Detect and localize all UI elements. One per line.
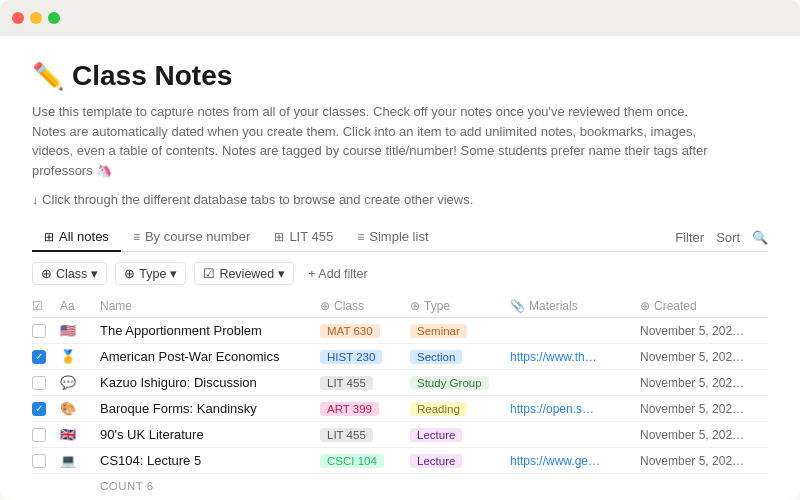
main-content: ✏️ Class Notes Use this template to capt… — [0, 36, 800, 500]
row-created-1: November 5, 202… — [640, 324, 770, 338]
tab-lit455[interactable]: ⊞ LIT 455 — [262, 223, 345, 252]
row-checkbox-4[interactable] — [32, 402, 46, 416]
row-created-4: November 5, 202… — [640, 402, 770, 416]
row-type-1: Seminar — [410, 323, 510, 338]
count-bar: COUNT 6 — [32, 474, 768, 492]
row-name-5[interactable]: 90's UK Literature — [100, 427, 320, 442]
filter-chip-class-label: Class — [56, 267, 87, 281]
row-type-3: Study Group — [410, 375, 510, 390]
tab-by-course-label: By course number — [145, 229, 251, 244]
tab-all-notes[interactable]: ⊞ All notes — [32, 223, 121, 252]
tab-simple-list[interactable]: ≡ Simple list — [345, 223, 440, 252]
col-header-name: Name — [100, 299, 320, 313]
page-icon: ✏️ — [32, 61, 64, 92]
row-class-6: CSCI 104 — [320, 453, 410, 468]
tab-by-course[interactable]: ≡ By course number — [121, 223, 263, 252]
row-materials-4[interactable]: https://open.s… — [510, 401, 640, 416]
table-header: ☑ Aa Name ⊕ Class ⊕ Type 📎 Materials ⊕ — [32, 295, 768, 318]
filter-chip-reviewed-caret: ▾ — [278, 266, 285, 281]
row-type-6: Lecture — [410, 453, 510, 468]
add-filter-label: + Add filter — [308, 267, 367, 281]
count-label: COUNT — [100, 480, 143, 492]
filter-chip-type-caret: ▾ — [170, 266, 177, 281]
row-checkbox-2[interactable] — [32, 350, 46, 364]
row-created-2: November 5, 202… — [640, 350, 770, 364]
page-title: Class Notes — [72, 60, 232, 92]
minimize-button[interactable] — [30, 12, 42, 24]
tab-actions: Filter Sort 🔍 — [675, 230, 768, 245]
filter-chip-type[interactable]: ⊕ Type ▾ — [115, 262, 186, 285]
page-title-row: ✏️ Class Notes — [32, 60, 768, 92]
row-materials-2[interactable]: https://www.th… — [510, 349, 640, 364]
tab-simple-list-icon: ≡ — [357, 230, 364, 244]
table-row: 💻 CS104: Lecture 5 CSCI 104 Lecture http… — [32, 448, 768, 474]
filter-chip-class-icon: ⊕ — [41, 266, 52, 281]
table-row: 🥇 American Post-War Economics HIST 230 S… — [32, 344, 768, 370]
col-header-materials: 📎 Materials — [510, 299, 640, 313]
sort-button[interactable]: Sort — [716, 230, 740, 245]
traffic-lights — [12, 12, 60, 24]
row-checkbox-1[interactable] — [32, 324, 46, 338]
close-button[interactable] — [12, 12, 24, 24]
count-value: 6 — [147, 480, 154, 492]
row-class-2: HIST 230 — [320, 349, 410, 364]
row-class-3: LIT 455 — [320, 375, 410, 390]
row-class-1: MAT 630 — [320, 323, 410, 338]
col-header-reviewed: ☑ — [32, 299, 60, 313]
notes-table: ☑ Aa Name ⊕ Class ⊕ Type 📎 Materials ⊕ — [32, 295, 768, 474]
row-checkbox-3[interactable] — [32, 376, 46, 390]
row-created-6: November 5, 202… — [640, 454, 770, 468]
table-row: 💬 Kazuo Ishiguro: Discussion LIT 455 Stu… — [32, 370, 768, 396]
row-type-2: Section — [410, 349, 510, 364]
row-emoji-3: 💬 — [60, 375, 100, 390]
row-name-2[interactable]: American Post-War Economics — [100, 349, 320, 364]
row-emoji-4: 🎨 — [60, 401, 100, 416]
row-created-5: November 5, 202… — [640, 428, 770, 442]
tab-all-notes-label: All notes — [59, 229, 109, 244]
tab-bar: ⊞ All notes ≡ By course number ⊞ LIT 455… — [32, 223, 768, 252]
col-header-type: ⊕ Type — [410, 299, 510, 313]
row-emoji-2: 🥇 — [60, 349, 100, 364]
filter-bar: ⊕ Class ▾ ⊕ Type ▾ ☑ Reviewed ▾ + Add fi… — [32, 262, 768, 285]
page-description: Use this template to capture notes from … — [32, 102, 712, 180]
filter-chip-type-label: Type — [139, 267, 166, 281]
row-checkbox-6[interactable] — [32, 454, 46, 468]
filter-button[interactable]: Filter — [675, 230, 704, 245]
page-instruction: ↓ Click through the different database t… — [32, 192, 768, 207]
row-name-1[interactable]: The Apportionment Problem — [100, 323, 320, 338]
row-checkbox-5[interactable] — [32, 428, 46, 442]
table-row: 🇺🇸 The Apportionment Problem MAT 630 Sem… — [32, 318, 768, 344]
table-row: 🇬🇧 90's UK Literature LIT 455 Lecture No… — [32, 422, 768, 448]
filter-chip-class-caret: ▾ — [91, 266, 98, 281]
row-materials-6[interactable]: https://www.ge… — [510, 453, 640, 468]
row-emoji-1: 🇺🇸 — [60, 323, 100, 338]
row-name-6[interactable]: CS104: Lecture 5 — [100, 453, 320, 468]
row-type-5: Lecture — [410, 427, 510, 442]
row-emoji-6: 💻 — [60, 453, 100, 468]
tab-lit455-icon: ⊞ — [274, 230, 284, 244]
col-header-class: ⊕ Class — [320, 299, 410, 313]
tab-by-course-icon: ≡ — [133, 230, 140, 244]
search-icon[interactable]: 🔍 — [752, 230, 768, 245]
filter-chip-reviewed[interactable]: ☑ Reviewed ▾ — [194, 262, 294, 285]
titlebar — [0, 0, 800, 36]
maximize-button[interactable] — [48, 12, 60, 24]
row-class-5: LIT 455 — [320, 427, 410, 442]
row-name-4[interactable]: Baroque Forms: Kandinsky — [100, 401, 320, 416]
tab-lit455-label: LIT 455 — [289, 229, 333, 244]
reviewed-col-icon: ☑ — [32, 299, 43, 313]
col-header-aa: Aa — [60, 299, 100, 313]
add-filter-button[interactable]: + Add filter — [302, 264, 373, 284]
row-class-4: ART 399 — [320, 401, 410, 416]
filter-chip-reviewed-icon: ☑ — [203, 266, 215, 281]
row-type-4: Reading — [410, 401, 510, 416]
col-header-created: ⊕ Created — [640, 299, 770, 313]
filter-chip-class[interactable]: ⊕ Class ▾ — [32, 262, 107, 285]
filter-chip-reviewed-label: Reviewed — [219, 267, 274, 281]
filter-chip-type-icon: ⊕ — [124, 266, 135, 281]
table-row: 🎨 Baroque Forms: Kandinsky ART 399 Readi… — [32, 396, 768, 422]
tab-all-notes-icon: ⊞ — [44, 230, 54, 244]
tab-simple-list-label: Simple list — [369, 229, 428, 244]
row-name-3[interactable]: Kazuo Ishiguro: Discussion — [100, 375, 320, 390]
row-emoji-5: 🇬🇧 — [60, 427, 100, 442]
